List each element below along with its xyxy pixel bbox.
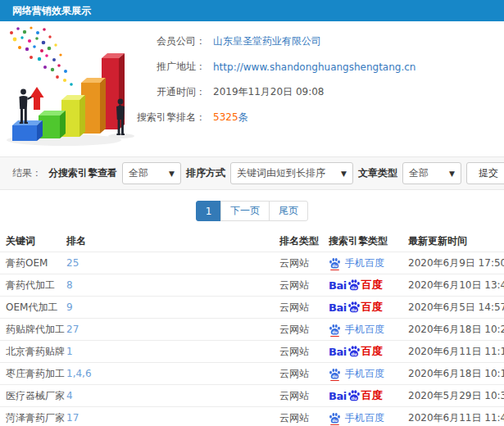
- keyword-ranking-table: 关键词 排名 排名类型 搜索引擎类型 最新更新时间 膏药OEM 25 云网站 B…: [0, 231, 504, 426]
- baidu-paw-icon: [347, 345, 361, 358]
- rank-link[interactable]: 1: [66, 346, 279, 357]
- header-updated: 最新更新时间: [408, 234, 504, 248]
- keyword-cell: 北京膏药贴牌: [0, 345, 66, 359]
- sort-value: 关键词由短到长排序: [237, 166, 325, 180]
- updated-cell: 2020年6月5日 14:57: [408, 301, 504, 315]
- table-row: 北京膏药贴牌 1 云网站 Bai百度 手机百度 2020年6月11日 11:18: [0, 341, 504, 363]
- mobile-baidu-logo: 手机百度: [329, 256, 384, 270]
- rank-link[interactable]: 17: [66, 412, 279, 424]
- page-title: 网络营销效果展示: [12, 4, 91, 18]
- last-page-button[interactable]: 尾页: [269, 201, 308, 221]
- company-link[interactable]: 山东皇圣堂药业有限公司: [213, 34, 504, 48]
- mobile-baidu-label: 手机百度: [345, 323, 384, 337]
- baidu-paw-icon: [347, 279, 361, 292]
- promotion-url-link[interactable]: http://www.shandonghuangshengtang.cn: [213, 61, 504, 73]
- open-time-label: 开通时间：: [157, 85, 206, 99]
- rank-link[interactable]: 8: [66, 279, 279, 291]
- rank-link[interactable]: 27: [66, 324, 279, 335]
- baidu-logo-text: Bai: [329, 390, 347, 402]
- mobile-baidu-label: 手机百度: [345, 367, 384, 381]
- submit-button[interactable]: 提交: [466, 162, 504, 184]
- rank-type-cell: 云网站: [279, 389, 329, 403]
- engine-cell: Bai百度 手机百度: [329, 344, 408, 359]
- table-row: OEM代加工 9 云网站 Bai百度 手机百度 2020年6月5日 14:57: [0, 297, 504, 319]
- mobile-baidu-paw-icon: [329, 324, 341, 336]
- page-1-button[interactable]: 1: [196, 201, 221, 221]
- summary-section: 会员公司： 山东皇圣堂药业有限公司 推广地址： http://www.shand…: [0, 21, 504, 156]
- engine-cell: Bai百度 手机百度: [329, 300, 408, 315]
- article-type-value: 全部: [409, 166, 429, 180]
- businessman-left: [20, 89, 32, 124]
- keyword-cell: 医疗器械厂家: [0, 389, 66, 403]
- rank-type-cell: 云网站: [279, 323, 329, 337]
- mobile-baidu-label: 手机百度: [345, 411, 384, 425]
- table-row: 膏药OEM 25 云网站 Bai百度 手机百度 2020年6月9日 17:50: [0, 252, 504, 274]
- updated-cell: 2020年5月29日 10:32: [408, 389, 504, 403]
- baidu-label: 百度: [361, 278, 383, 292]
- updated-cell: 2020年6月18日 10:25: [408, 323, 504, 337]
- rank-link[interactable]: 25: [66, 257, 279, 269]
- mobile-baidu-paw-icon: [329, 368, 341, 380]
- baidu-logo: Bai百度: [329, 344, 383, 359]
- header-rank-type: 排名类型: [279, 234, 329, 248]
- chevron-down-icon: ▼: [449, 170, 455, 178]
- table-row: 枣庄膏药加工 1,4,6 云网站 Bai百度 手机百度 2020年6月18日 1…: [0, 363, 504, 385]
- table-row: 药贴牌代加工 27 云网站 Bai百度 手机百度 2020年6月18日 10:2…: [0, 319, 504, 341]
- baidu-label: 百度: [361, 300, 383, 315]
- engine-cell: Bai百度 手机百度: [329, 367, 408, 381]
- baidu-logo: Bai百度: [329, 278, 383, 292]
- engine-cell: Bai百度 手机百度: [329, 388, 408, 403]
- engine-cell: Bai百度 手机百度: [329, 278, 408, 292]
- result-label: 结果：: [12, 166, 42, 180]
- engine-rank-value: 5325条: [213, 111, 504, 125]
- table-row: 菏泽膏药厂家 17 云网站 Bai百度 手机百度 2020年6月11日 11:4…: [0, 407, 504, 426]
- baidu-paw-icon: [347, 389, 361, 402]
- filter-controls: 分搜索引擎查看 全部 ▼ 排序方式 关键词由短到长排序 ▼ 文章类型 全部 ▼ …: [48, 162, 504, 184]
- baidu-logo-text: Bai: [329, 279, 347, 292]
- updated-cell: 2020年6月11日 11:40: [408, 411, 504, 425]
- keyword-cell: 膏药OEM: [0, 256, 66, 270]
- title-bar: 网络营销效果展示: [0, 0, 504, 21]
- rank-link[interactable]: 4: [66, 390, 279, 401]
- rank-type-cell: 云网站: [279, 279, 329, 292]
- updated-cell: 2020年6月18日 10:19: [408, 367, 504, 381]
- header-rank: 排名: [66, 234, 279, 248]
- baidu-logo: Bai百度: [329, 388, 383, 403]
- baidu-label: 百度: [361, 344, 383, 359]
- engine-cell: Bai百度 手机百度: [329, 411, 408, 425]
- sort-label: 排序方式: [186, 166, 225, 180]
- confetti: [10, 26, 73, 85]
- pagination: 1 下一页 尾页: [0, 201, 504, 221]
- rank-unit: 条: [238, 111, 248, 123]
- chevron-down-icon: ▼: [169, 170, 175, 178]
- rank-link[interactable]: 1,4,6: [66, 368, 279, 379]
- header-keyword: 关键词: [0, 234, 66, 248]
- table-row: 膏药代加工 8 云网站 Bai百度 手机百度 2020年6月10日 13:40: [0, 274, 504, 297]
- mobile-baidu-paw-icon: [329, 412, 341, 424]
- keyword-cell: 枣庄膏药加工: [0, 367, 66, 381]
- baidu-logo-text: Bai: [329, 346, 347, 358]
- filter-bar: 结果： 分搜索引擎查看 全部 ▼ 排序方式 关键词由短到长排序 ▼ 文章类型 全…: [0, 156, 504, 190]
- article-type-select[interactable]: 全部 ▼: [402, 162, 461, 184]
- engine-filter-select[interactable]: 全部 ▼: [122, 162, 181, 184]
- updated-cell: 2020年6月9日 17:50: [408, 256, 504, 270]
- rank-type-cell: 云网站: [279, 367, 329, 381]
- promotion-url-label: 推广地址：: [157, 60, 206, 74]
- keyword-cell: 菏泽膏药厂家: [0, 411, 66, 425]
- rank-type-cell: 云网站: [279, 345, 329, 359]
- rank-type-cell: 云网站: [279, 256, 329, 270]
- engine-filter-value: 全部: [129, 166, 148, 180]
- header-engine-type: 搜索引擎类型: [329, 234, 408, 248]
- sort-select[interactable]: 关键词由短到长排序 ▼: [230, 162, 353, 184]
- rank-type-cell: 云网站: [279, 301, 329, 315]
- mobile-baidu-logo: 手机百度: [329, 323, 384, 337]
- engine-view-label: 分搜索引擎查看: [48, 166, 117, 180]
- engine-cell: Bai百度 手机百度: [329, 256, 408, 270]
- baidu-logo-text: Bai: [329, 301, 347, 314]
- engine-rank-label: 搜索引擎排名：: [137, 111, 206, 125]
- open-time-value: 2019年11月20日 09:08: [213, 85, 504, 99]
- rank-link[interactable]: 9: [66, 301, 279, 313]
- article-type-label: 文章类型: [358, 166, 397, 180]
- table-row: 医疗器械厂家 4 云网站 Bai百度 手机百度 2020年5月29日 10:32: [0, 385, 504, 407]
- next-page-button[interactable]: 下一页: [220, 201, 270, 221]
